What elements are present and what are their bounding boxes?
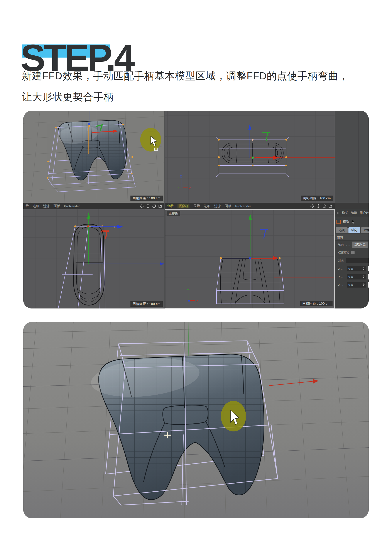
z-value-field[interactable]: 0 % [347, 282, 366, 288]
menu-item-filter[interactable]: 过滤 [43, 204, 50, 208]
active-tool-label: 框选 [343, 220, 349, 224]
axis-orientation-gizmo: Z Y X [178, 175, 191, 189]
panel-menu-mode[interactable]: 模式 [342, 211, 348, 215]
pan-view-icon[interactable] [140, 204, 144, 208]
clipped-field [368, 274, 369, 280]
top-view-canvas: Z Y X [165, 111, 335, 203]
tab-axis[interactable]: 轴向 [348, 227, 360, 233]
maximize-view-icon[interactable] [158, 204, 162, 208]
menu-item-panel[interactable]: 面板 [225, 204, 231, 208]
object-field[interactable] [346, 258, 369, 263]
ffd-cage-side [58, 226, 105, 309]
grid-spacing-label: 网格间距 : 100 cm [301, 195, 333, 201]
svg-text:Z: Z [180, 175, 182, 178]
viewport-top[interactable]: Z Y X 网格间距 : 100 cm [165, 111, 335, 203]
drag-handle-icon[interactable] [337, 211, 339, 215]
viewport-menubar-left: 示 选项 过滤 面板 ProRender [23, 203, 164, 209]
axis-row-label: 轴向 . . . . [338, 243, 350, 247]
menu-item-filter[interactable]: 过滤 [214, 204, 221, 208]
x-row: X . . 0 % [335, 265, 369, 273]
y-row: Y . . 0 % [335, 273, 369, 281]
rotate-view-icon[interactable] [322, 204, 326, 208]
clipped-field [368, 282, 369, 288]
c4d-perspective-screenshot[interactable] [23, 322, 369, 518]
viewport-front-active[interactable]: Y X 正视图 网格间距 : 100 cm [165, 209, 335, 309]
description-line-1: 新建FFD效果，手动匹配手柄基本模型区域，调整FFD的点使手柄弯曲， [22, 69, 349, 83]
description-line-2: 让大形状更契合手柄 [22, 90, 114, 104]
section-header-axis: 轴向 [335, 234, 369, 240]
rotate-view-icon[interactable] [152, 204, 156, 208]
view-name-label: 正视图 [167, 211, 180, 216]
y-value-field[interactable]: 0 % [347, 274, 366, 280]
viewport-side[interactable]: 网格间距 : 100 cm [23, 209, 164, 309]
maximize-view-icon[interactable] [328, 204, 333, 208]
y-value: 0 % [348, 275, 353, 278]
y-stepper[interactable] [363, 275, 365, 278]
z-label: Z . . [338, 283, 345, 286]
object-label: 对象 [338, 259, 344, 263]
controller-wireframe-top [222, 143, 283, 163]
axis-orientation-gizmo: Y X [187, 289, 198, 302]
z-value: 0 % [348, 283, 353, 286]
perspective-large-canvas [23, 322, 369, 518]
control-point-top[interactable] [252, 139, 254, 141]
x-value: 0 % [348, 267, 353, 270]
panel-menu-userdata[interactable]: 用户数 [360, 211, 369, 215]
grid-spacing-label: 网格间距 : 100 cm [300, 301, 333, 306]
menu-item[interactable]: 示 [25, 204, 29, 208]
menu-item-camera[interactable]: 摄像机 [177, 204, 190, 208]
zoom-view-icon[interactable] [316, 204, 320, 208]
c4d-quad-view-screenshot: 网格间距 : 100 cm [23, 111, 369, 309]
tab-object[interactable]: 对象 [361, 227, 369, 233]
zoom-view-icon[interactable] [146, 204, 150, 208]
y-label: Y . . [338, 275, 345, 278]
side-view-canvas [23, 209, 164, 309]
grid-lines [23, 209, 164, 309]
toolbar-spacer [335, 203, 369, 209]
rectangle-select-icon[interactable] [337, 220, 341, 224]
selection-box-icon [154, 148, 158, 151]
active-tool-row: 框选 [335, 217, 369, 226]
keep-changes-row: 保留更改 [335, 249, 369, 257]
menu-item-panel[interactable]: 面板 [54, 204, 60, 208]
panel-tabs: 选项 轴向 对象 [335, 226, 369, 234]
pivot-point[interactable] [251, 156, 254, 159]
cursor-highlight [221, 401, 246, 431]
menu-item-prorender[interactable]: ProRender [235, 204, 251, 208]
grid-spacing-label: 网格间距 : 100 cm [130, 301, 163, 307]
svg-text:X: X [196, 299, 198, 302]
panel-menubar: 模式 编辑 用户数 [335, 209, 369, 217]
perspective-view-canvas [23, 111, 164, 203]
z-row: Z . . 0 % [335, 281, 369, 289]
viewport-menubar-right: 查看 摄像机 显示 选项 过滤 面板 ProRender [165, 203, 335, 209]
menu-item-options[interactable]: 选项 [33, 204, 39, 208]
panel-menu-edit[interactable]: 编辑 [351, 211, 357, 215]
front-view-canvas: Y X [165, 210, 334, 308]
svg-text:Y: Y [187, 289, 189, 292]
pan-view-icon[interactable] [310, 204, 314, 208]
clipped-field [368, 266, 369, 271]
x-value-field[interactable]: 0 % [347, 266, 366, 271]
grid-spacing-label: 网格间距 : 100 cm [130, 195, 163, 201]
svg-text:Y: Y [178, 186, 180, 189]
menu-item-options[interactable]: 选项 [204, 204, 210, 208]
menu-item-prorender[interactable]: ProRender [64, 204, 80, 208]
axis-row: 轴向 . . . . 选取对象 [335, 240, 369, 249]
keep-changes-label: 保留更改 [338, 251, 349, 255]
x-label: X . . [338, 267, 345, 270]
attribute-manager-panel: 模式 编辑 用户数 框选 选项 轴向 对象 轴向 轴向 . . . . 选取对象… [335, 209, 369, 309]
blue-handle[interactable] [260, 229, 268, 239]
menu-item-view[interactable]: 查看 [167, 204, 174, 208]
svg-text:X: X [189, 186, 191, 189]
x-stepper[interactable] [363, 267, 365, 270]
side-strip [335, 111, 369, 203]
ffd-cage-front [216, 258, 284, 304]
viewport-perspective[interactable]: 网格间距 : 100 cm [23, 111, 164, 203]
pick-object-button[interactable]: 选取对象 [352, 242, 368, 248]
cursor-highlight [140, 128, 161, 151]
mouse-cursor-icon [352, 220, 355, 224]
z-stepper[interactable] [363, 283, 365, 286]
tab-options[interactable]: 选项 [336, 227, 348, 233]
keep-changes-checkbox[interactable] [351, 251, 355, 254]
menu-item-display[interactable]: 显示 [193, 204, 200, 208]
